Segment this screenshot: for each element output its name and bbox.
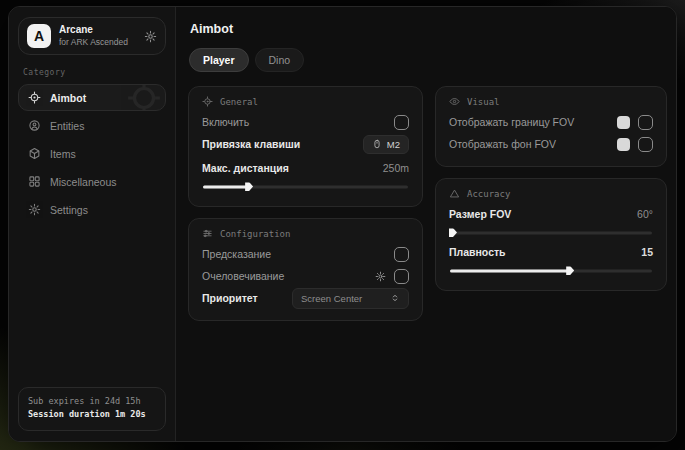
chevrons-up-down-icon [390, 293, 400, 303]
sidebar-item-label: Entities [50, 120, 84, 132]
mouse-icon [372, 139, 382, 149]
app-title: Arcane [59, 24, 136, 37]
keybind-button[interactable]: M2 [363, 135, 409, 154]
radar-icon [28, 119, 41, 132]
fov-size-row: Размер FOV 60° [449, 203, 653, 225]
fov-border-row: Отображать границу FOV [449, 111, 653, 133]
page-title: Aimbot [190, 22, 667, 36]
priority-row: Приоритет Screen Center [202, 287, 409, 309]
prediction-row: Предсказание [202, 243, 409, 265]
max-distance-value: 250m [383, 162, 409, 174]
package-icon [28, 147, 41, 160]
enable-checkbox[interactable] [394, 115, 409, 130]
brand-card: A Arcane for ARK Ascended [18, 17, 166, 55]
sub-expiry-text: Sub expires in 24d 15h [28, 395, 156, 409]
sidebar-item-label: Settings [50, 204, 88, 216]
slider-thumb[interactable] [449, 228, 457, 237]
fov-background-row: Отображать фон FOV [449, 133, 653, 155]
max-distance-slider[interactable] [203, 182, 408, 191]
smoothness-slider[interactable] [450, 266, 652, 275]
fov-background-color-swatch[interactable] [617, 138, 630, 151]
priority-value: Screen Center [301, 293, 362, 304]
active-item-watermark-icon [125, 84, 163, 111]
priority-label: Приоритет [202, 292, 258, 304]
humanization-settings-icon[interactable] [375, 271, 386, 282]
fov-background-label: Отображать фон FOV [449, 138, 556, 150]
humanization-checkbox[interactable] [394, 269, 409, 284]
configuration-card: Configuration Предсказание Очеловечивани… [188, 218, 423, 321]
sidebar-item-aimbot[interactable]: Aimbot [18, 84, 166, 111]
smoothness-label: Плавность [449, 246, 506, 258]
triangle-icon [449, 188, 460, 199]
sidebar: A Arcane for ARK Ascended Category [9, 7, 176, 441]
sidebar-item-miscellaneous[interactable]: Miscellaneous [18, 168, 166, 195]
visual-card: Visual Отображать границу FOV Отображать… [435, 86, 667, 167]
sidebar-nav: Aimbot Entities [18, 84, 166, 223]
fov-size-label: Размер FOV [449, 208, 511, 220]
brand-settings-icon[interactable] [144, 30, 157, 43]
tab-bar: Player Dino [189, 48, 667, 72]
gear-icon [28, 203, 41, 216]
sidebar-item-settings[interactable]: Settings [18, 196, 166, 223]
visual-card-title: Visual [467, 97, 500, 107]
keybind-row: Привязка клавиши M2 [202, 133, 409, 155]
slider-thumb[interactable] [566, 266, 574, 275]
prediction-label: Предсказание [202, 248, 271, 260]
max-distance-row: Макс. дистанция 250m [202, 157, 409, 179]
grid-icon [28, 175, 41, 188]
humanization-row: Очеловечивание [202, 265, 409, 287]
sliders-icon [202, 228, 213, 239]
fov-size-slider[interactable] [450, 228, 652, 237]
keybind-label: Привязка клавиши [202, 138, 300, 150]
main-panel: Aimbot Player Dino Gener [176, 7, 677, 441]
general-card-title: General [220, 97, 258, 107]
configuration-card-title: Configuration [220, 229, 290, 239]
fov-background-checkbox[interactable] [638, 137, 653, 152]
fov-border-checkbox[interactable] [638, 115, 653, 130]
enable-row: Включить [202, 111, 409, 133]
category-label: Category [23, 68, 161, 77]
smoothness-value: 15 [641, 246, 653, 258]
session-duration-text: Session duration 1m 20s [28, 408, 156, 422]
app-subtitle: for ARK Ascended [59, 37, 136, 48]
keybind-value: M2 [387, 139, 400, 150]
fov-size-value: 60° [637, 208, 653, 220]
enable-label: Включить [202, 116, 249, 128]
sidebar-item-label: Aimbot [50, 92, 86, 104]
crosshair-icon [28, 91, 41, 104]
humanization-label: Очеловечивание [202, 270, 284, 282]
prediction-checkbox[interactable] [394, 247, 409, 262]
smoothness-row: Плавность 15 [449, 241, 653, 263]
sidebar-item-entities[interactable]: Entities [18, 112, 166, 139]
app-logo: A [27, 24, 51, 48]
target-icon [202, 96, 213, 107]
accuracy-card-title: Accuracy [467, 189, 510, 199]
sidebar-item-label: Miscellaneous [50, 176, 117, 188]
general-card: General Включить Привязка клавиши [188, 86, 423, 207]
sidebar-item-label: Items [50, 148, 76, 160]
max-distance-label: Макс. дистанция [202, 162, 289, 174]
fov-border-color-swatch[interactable] [617, 116, 630, 129]
priority-select[interactable]: Screen Center [292, 288, 409, 309]
slider-thumb[interactable] [245, 182, 253, 191]
subscription-status-card: Sub expires in 24d 15h Session duration … [18, 387, 166, 431]
eye-icon [449, 96, 460, 107]
tab-dino[interactable]: Dino [255, 48, 305, 72]
app-window: A Arcane for ARK Ascended Category [8, 6, 677, 442]
accuracy-card: Accuracy Размер FOV 60° Плавность 15 [435, 178, 667, 291]
tab-player[interactable]: Player [189, 48, 249, 72]
sidebar-item-items[interactable]: Items [18, 140, 166, 167]
fov-border-label: Отображать границу FOV [449, 116, 574, 128]
